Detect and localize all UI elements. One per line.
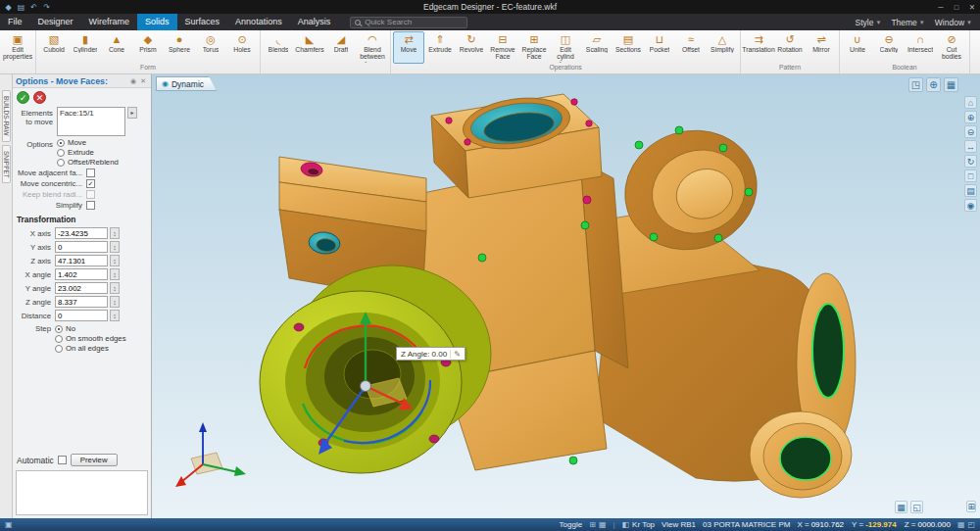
window-control-button[interactable]: □ — [949, 1, 964, 14]
ribbon-button[interactable]: ◎ Torus — [195, 31, 226, 64]
ribbon-button[interactable]: ∩ Intersect — [905, 31, 936, 64]
menubar-dropdown[interactable]: Window▼ — [935, 18, 972, 27]
window-control-button[interactable]: ─ — [933, 1, 949, 14]
ribbon-button[interactable]: ▧ Cuboid — [38, 31, 70, 64]
side-tab[interactable]: SNIPPET — [2, 145, 11, 184]
ribbon-button[interactable]: △ Simplify — [707, 31, 738, 64]
stepper-icon[interactable]: ↕ — [110, 310, 120, 321]
ribbon-button[interactable]: ◆ Prism — [132, 31, 164, 64]
step-radio[interactable]: On all edges — [55, 344, 126, 353]
stepper-icon[interactable]: ↕ — [110, 255, 120, 266]
ribbon-button[interactable]: ⊖ Cavity — [873, 31, 905, 64]
menubar-dropdown[interactable]: Style▼ — [856, 18, 882, 27]
ribbon-button[interactable]: ▲ Cone — [101, 31, 132, 64]
menu-tab[interactable]: File — [0, 14, 30, 30]
statusbar-icon[interactable]: ◰ — [967, 520, 975, 529]
ribbon-button[interactable]: ⇑ Extrude — [424, 31, 456, 64]
expand-icon[interactable]: ⊞ — [966, 501, 976, 512]
cancel-button[interactable]: ✕ — [33, 91, 46, 104]
stepper-icon[interactable]: ↕ — [110, 227, 120, 239]
magenta-hole[interactable] — [583, 196, 591, 204]
step-radio[interactable]: On smooth edges — [55, 334, 126, 343]
ribbon-button[interactable]: ≈ Offset — [675, 31, 707, 64]
viewport-tool-icon[interactable]: ▦ — [895, 501, 907, 513]
active-plane[interactable]: ◧ Kr Top — [622, 520, 656, 529]
checkbox-row[interactable]: Move adjacent fa... — [13, 168, 151, 178]
pick-element-button[interactable]: ▸ — [127, 107, 137, 119]
viewport-tool-icon[interactable]: ↻ — [964, 155, 977, 168]
ribbon-button[interactable]: ∪ Unite — [842, 31, 873, 64]
stepper-icon[interactable]: ↕ — [110, 268, 120, 280]
menu-tab[interactable]: Surfaces — [177, 14, 228, 30]
viewport-3d[interactable]: ◉ Dynamic ◳ ⊕ ▦ ⌂ ⊕ ⊖ — [152, 74, 980, 518]
automatic-checkbox[interactable] — [58, 456, 67, 464]
viewport-tool-icon[interactable]: ↔ — [964, 140, 977, 153]
viewport-tool-icon[interactable]: ⊕ — [964, 111, 977, 123]
right-cylinder-body[interactable] — [595, 114, 856, 498]
side-tab[interactable]: BUILDS-RAW — [2, 90, 11, 142]
viewport-tool-icon[interactable]: ▦ — [944, 77, 958, 92]
checkbox-row[interactable]: Simplify — [13, 200, 151, 211]
ribbon-button[interactable]: ⇌ Mirror — [806, 31, 837, 64]
ribbon-button[interactable]: ◣ Chamfers — [294, 31, 325, 64]
viewport-tool-icon[interactable]: ◳ — [908, 77, 923, 92]
menubar-dropdown[interactable]: Theme▼ — [891, 18, 924, 27]
ribbon-button[interactable]: ▤ Sections — [612, 31, 644, 64]
quick-search[interactable]: Quick Search — [350, 17, 467, 28]
window-control-button[interactable]: ✕ — [964, 1, 980, 14]
viewport-tool-icon[interactable]: □ — [964, 169, 977, 182]
viewport-tool-icon[interactable]: ⊕ — [926, 77, 941, 92]
ribbon-button[interactable]: ↺ Rotation — [774, 31, 806, 64]
menu-tab[interactable]: Wireframe — [81, 14, 138, 30]
ribbon-button[interactable]: ▱ Scaling — [581, 31, 612, 64]
checkbox-row[interactable]: Move concentric... — [13, 178, 151, 189]
ribbon-button[interactable]: ▮ Cylinder — [70, 31, 101, 64]
quick-access-icon[interactable]: ◆ — [3, 2, 14, 13]
statusbar-icon[interactable]: ▦ — [957, 520, 965, 529]
ribbon-button[interactable]: ↻ Revolve — [456, 31, 487, 64]
viewport-tool-icon[interactable]: ▤ — [964, 184, 977, 197]
ribbon-button[interactable]: ⊙ Holes — [226, 31, 258, 64]
toggle-icon[interactable]: ▦ — [599, 520, 607, 529]
viewport-tool-icon[interactable]: ◱ — [910, 501, 923, 513]
ribbon-button[interactable]: ▣ Edit properties — [2, 31, 33, 64]
ribbon-button[interactable]: ◢ Draft — [325, 31, 357, 64]
elements-listbox[interactable]: Face:15/1 — [57, 107, 125, 136]
transform-field-input[interactable] — [55, 296, 108, 308]
viewport-tool-icon[interactable]: ⊖ — [964, 125, 977, 138]
ribbon-button[interactable]: ⊞ Replace Face — [518, 31, 550, 64]
pin-icon[interactable]: ◉ — [128, 77, 138, 85]
toggle-icon[interactable]: ⊞ — [589, 520, 596, 529]
close-icon[interactable]: ✕ — [138, 77, 148, 85]
transform-field-input[interactable] — [55, 241, 108, 253]
step-radio[interactable]: No — [55, 324, 126, 333]
checkbox[interactable] — [86, 179, 95, 188]
toggle-label[interactable]: Toggle — [560, 520, 583, 529]
ribbon-button[interactable]: ◫ Edit cylind face — [550, 31, 581, 64]
ribbon-button[interactable]: ◠ Blend between faces — [357, 31, 388, 64]
mode-radio[interactable]: Offset/Reblend — [57, 158, 119, 167]
ribbon-button[interactable]: ⊟ Remove Face — [487, 31, 518, 64]
ribbon-button[interactable]: ◟ Blends — [263, 31, 294, 64]
elements-list-item[interactable]: Face:15/1 — [60, 109, 122, 118]
menu-tab[interactable]: Analysis — [290, 14, 339, 30]
transform-field-input[interactable] — [55, 255, 108, 266]
transform-field-input[interactable] — [55, 227, 108, 239]
menu-tab[interactable]: Designer — [30, 14, 81, 30]
ribbon-button[interactable]: ⊔ Pocket — [644, 31, 675, 64]
edit-icon[interactable]: ✎ — [450, 350, 461, 359]
preview-button[interactable]: Preview — [71, 454, 118, 466]
stepper-icon[interactable]: ↕ — [110, 296, 120, 308]
viewport-tool-icon[interactable]: ◉ — [964, 199, 977, 212]
viewport-tab-dynamic[interactable]: ◉ Dynamic — [156, 76, 217, 91]
checkbox[interactable] — [86, 201, 95, 210]
stepper-icon[interactable]: ↕ — [110, 241, 120, 253]
checkbox[interactable] — [86, 169, 95, 177]
transform-field-input[interactable] — [55, 282, 108, 294]
ribbon-button[interactable]: ⇄ Move — [393, 31, 424, 64]
quick-access-icon[interactable]: ▤ — [16, 2, 26, 13]
viewport-tool-icon[interactable]: ⌂ — [964, 96, 977, 109]
transform-field-input[interactable] — [55, 268, 108, 280]
view-label[interactable]: View RB1 — [662, 520, 696, 529]
mode-radio[interactable]: Extrude — [57, 148, 119, 157]
